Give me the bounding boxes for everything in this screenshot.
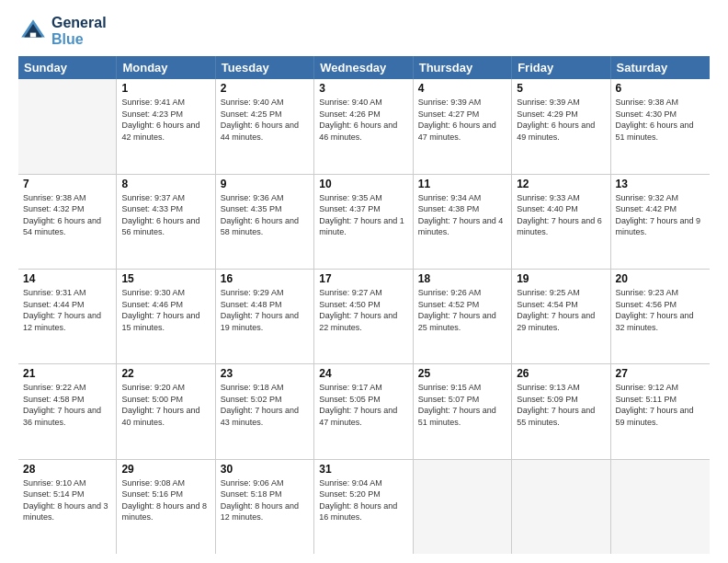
day-cell-18: 18Sunrise: 9:26 AMSunset: 4:52 PMDayligh… bbox=[414, 270, 512, 363]
day-number: 31 bbox=[319, 463, 407, 476]
day-cell-30: 30Sunrise: 9:06 AMSunset: 5:18 PMDayligh… bbox=[216, 460, 314, 554]
day-cell-1: 1Sunrise: 9:41 AMSunset: 4:23 PMDaylight… bbox=[117, 79, 215, 173]
cell-info: Sunrise: 9:40 AMSunset: 4:26 PMDaylight:… bbox=[319, 97, 407, 143]
cell-info: Sunrise: 9:34 AMSunset: 4:38 PMDaylight:… bbox=[418, 192, 506, 238]
day-header-thursday: Thursday bbox=[414, 56, 512, 79]
day-number: 1 bbox=[121, 82, 210, 95]
day-cell-3: 3Sunrise: 9:40 AMSunset: 4:26 PMDaylight… bbox=[314, 79, 413, 173]
day-number: 6 bbox=[616, 82, 705, 95]
cell-info: Sunrise: 9:40 AMSunset: 4:25 PMDaylight:… bbox=[221, 97, 309, 143]
day-cell-14: 14Sunrise: 9:31 AMSunset: 4:44 PMDayligh… bbox=[18, 270, 117, 363]
day-cell-20: 20Sunrise: 9:23 AMSunset: 4:56 PMDayligh… bbox=[611, 270, 710, 363]
day-number: 8 bbox=[121, 178, 210, 190]
calendar-row-1: 1Sunrise: 9:41 AMSunset: 4:23 PMDaylight… bbox=[18, 79, 710, 174]
day-cell-13: 13Sunrise: 9:32 AMSunset: 4:42 PMDayligh… bbox=[611, 175, 710, 269]
day-number: 21 bbox=[23, 367, 111, 380]
day-header-friday: Friday bbox=[512, 56, 610, 79]
day-number: 17 bbox=[319, 272, 407, 285]
day-cell-10: 10Sunrise: 9:35 AMSunset: 4:37 PMDayligh… bbox=[314, 175, 413, 269]
day-number: 9 bbox=[221, 178, 309, 190]
cell-info: Sunrise: 9:06 AMSunset: 5:18 PMDaylight:… bbox=[221, 477, 309, 523]
day-cell-5: 5Sunrise: 9:39 AMSunset: 4:29 PMDaylight… bbox=[512, 79, 610, 173]
calendar-row-3: 14Sunrise: 9:31 AMSunset: 4:44 PMDayligh… bbox=[18, 270, 710, 364]
day-number: 10 bbox=[319, 178, 407, 190]
cell-info: Sunrise: 9:20 AMSunset: 5:00 PMDaylight:… bbox=[121, 382, 210, 428]
cell-info: Sunrise: 9:37 AMSunset: 4:33 PMDaylight:… bbox=[121, 192, 210, 238]
empty-cell bbox=[611, 460, 710, 554]
cell-info: Sunrise: 9:18 AMSunset: 5:02 PMDaylight:… bbox=[221, 382, 309, 428]
day-number: 7 bbox=[23, 178, 111, 190]
day-cell-8: 8Sunrise: 9:37 AMSunset: 4:33 PMDaylight… bbox=[117, 175, 215, 269]
page: General Blue SundayMondayTuesdayWednesda… bbox=[0, 0, 728, 563]
empty-cell bbox=[18, 79, 117, 173]
day-cell-24: 24Sunrise: 9:17 AMSunset: 5:05 PMDayligh… bbox=[314, 364, 413, 458]
day-cell-27: 27Sunrise: 9:12 AMSunset: 5:11 PMDayligh… bbox=[611, 364, 710, 458]
cell-info: Sunrise: 9:38 AMSunset: 4:32 PMDaylight:… bbox=[23, 192, 111, 238]
empty-cell bbox=[512, 460, 610, 554]
day-cell-16: 16Sunrise: 9:29 AMSunset: 4:48 PMDayligh… bbox=[216, 270, 314, 363]
day-cell-17: 17Sunrise: 9:27 AMSunset: 4:50 PMDayligh… bbox=[314, 270, 413, 363]
day-number: 11 bbox=[418, 178, 506, 190]
day-cell-15: 15Sunrise: 9:30 AMSunset: 4:46 PMDayligh… bbox=[117, 270, 215, 363]
day-number: 28 bbox=[23, 463, 111, 476]
day-number: 5 bbox=[517, 82, 605, 95]
day-cell-28: 28Sunrise: 9:10 AMSunset: 5:14 PMDayligh… bbox=[18, 460, 117, 554]
cell-info: Sunrise: 9:15 AMSunset: 5:07 PMDaylight:… bbox=[418, 382, 506, 428]
day-number: 14 bbox=[23, 272, 111, 285]
svg-rect-2 bbox=[30, 32, 36, 37]
day-cell-26: 26Sunrise: 9:13 AMSunset: 5:09 PMDayligh… bbox=[512, 364, 610, 458]
day-cell-12: 12Sunrise: 9:33 AMSunset: 4:40 PMDayligh… bbox=[512, 175, 610, 269]
day-cell-29: 29Sunrise: 9:08 AMSunset: 5:16 PMDayligh… bbox=[117, 460, 215, 554]
day-cell-9: 9Sunrise: 9:36 AMSunset: 4:35 PMDaylight… bbox=[216, 175, 314, 269]
day-number: 25 bbox=[418, 367, 506, 380]
day-cell-21: 21Sunrise: 9:22 AMSunset: 4:58 PMDayligh… bbox=[18, 364, 117, 458]
day-header-wednesday: Wednesday bbox=[314, 56, 413, 79]
day-number: 24 bbox=[319, 367, 407, 380]
day-header-tuesday: Tuesday bbox=[216, 56, 314, 79]
day-header-monday: Monday bbox=[117, 56, 215, 79]
day-number: 13 bbox=[616, 178, 705, 190]
cell-info: Sunrise: 9:10 AMSunset: 5:14 PMDaylight:… bbox=[23, 477, 111, 523]
day-number: 29 bbox=[121, 463, 210, 476]
cell-info: Sunrise: 9:31 AMSunset: 4:44 PMDaylight:… bbox=[23, 287, 111, 333]
day-number: 16 bbox=[221, 272, 309, 285]
cell-info: Sunrise: 9:36 AMSunset: 4:35 PMDaylight:… bbox=[221, 192, 309, 238]
cell-info: Sunrise: 9:12 AMSunset: 5:11 PMDaylight:… bbox=[616, 382, 705, 428]
day-number: 12 bbox=[517, 178, 605, 190]
day-cell-4: 4Sunrise: 9:39 AMSunset: 4:27 PMDaylight… bbox=[414, 79, 512, 173]
calendar-row-4: 21Sunrise: 9:22 AMSunset: 4:58 PMDayligh… bbox=[18, 364, 710, 459]
cell-info: Sunrise: 9:39 AMSunset: 4:27 PMDaylight:… bbox=[418, 97, 506, 143]
day-number: 23 bbox=[221, 367, 309, 380]
day-number: 3 bbox=[319, 82, 407, 95]
day-number: 30 bbox=[221, 463, 309, 476]
calendar-body: 1Sunrise: 9:41 AMSunset: 4:23 PMDaylight… bbox=[18, 79, 710, 554]
day-cell-6: 6Sunrise: 9:38 AMSunset: 4:30 PMDaylight… bbox=[611, 79, 710, 173]
calendar-row-2: 7Sunrise: 9:38 AMSunset: 4:32 PMDaylight… bbox=[18, 175, 710, 270]
empty-cell bbox=[414, 460, 512, 554]
day-cell-22: 22Sunrise: 9:20 AMSunset: 5:00 PMDayligh… bbox=[117, 364, 215, 458]
logo: General Blue bbox=[18, 15, 107, 47]
day-header-saturday: Saturday bbox=[611, 56, 710, 79]
cell-info: Sunrise: 9:35 AMSunset: 4:37 PMDaylight:… bbox=[319, 192, 407, 238]
day-cell-31: 31Sunrise: 9:04 AMSunset: 5:20 PMDayligh… bbox=[314, 460, 413, 554]
day-cell-23: 23Sunrise: 9:18 AMSunset: 5:02 PMDayligh… bbox=[216, 364, 314, 458]
calendar-row-5: 28Sunrise: 9:10 AMSunset: 5:14 PMDayligh… bbox=[18, 460, 710, 554]
cell-info: Sunrise: 9:32 AMSunset: 4:42 PMDaylight:… bbox=[616, 192, 705, 238]
day-number: 26 bbox=[517, 367, 605, 380]
cell-info: Sunrise: 9:08 AMSunset: 5:16 PMDaylight:… bbox=[121, 477, 210, 523]
day-cell-19: 19Sunrise: 9:25 AMSunset: 4:54 PMDayligh… bbox=[512, 270, 610, 363]
day-header-sunday: Sunday bbox=[18, 56, 117, 79]
cell-info: Sunrise: 9:17 AMSunset: 5:05 PMDaylight:… bbox=[319, 382, 407, 428]
day-cell-25: 25Sunrise: 9:15 AMSunset: 5:07 PMDayligh… bbox=[414, 364, 512, 458]
cell-info: Sunrise: 9:22 AMSunset: 4:58 PMDaylight:… bbox=[23, 382, 111, 428]
cell-info: Sunrise: 9:41 AMSunset: 4:23 PMDaylight:… bbox=[121, 97, 210, 143]
day-number: 2 bbox=[221, 82, 309, 95]
day-cell-7: 7Sunrise: 9:38 AMSunset: 4:32 PMDaylight… bbox=[18, 175, 117, 269]
cell-info: Sunrise: 9:30 AMSunset: 4:46 PMDaylight:… bbox=[121, 287, 210, 333]
day-number: 15 bbox=[121, 272, 210, 285]
day-number: 22 bbox=[121, 367, 210, 380]
day-cell-2: 2Sunrise: 9:40 AMSunset: 4:25 PMDaylight… bbox=[216, 79, 314, 173]
logo-icon bbox=[18, 17, 48, 46]
day-number: 4 bbox=[418, 82, 506, 95]
day-number: 18 bbox=[418, 272, 506, 285]
